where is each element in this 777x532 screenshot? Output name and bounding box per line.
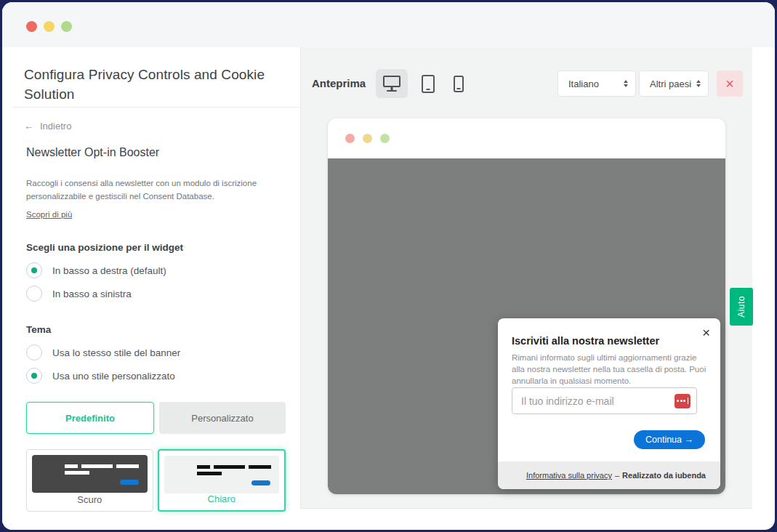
radio-unselected-icon	[26, 344, 42, 360]
mock-button	[251, 480, 270, 485]
close-preview-button[interactable]: ×	[717, 70, 743, 97]
radio-label: Usa lo stesso stile del banner	[52, 347, 180, 358]
dark-banner-preview	[32, 455, 148, 493]
theme-card-label: Scuro	[27, 494, 153, 505]
radio-position-bottom-left[interactable]: In basso a sinistra	[26, 285, 132, 302]
tab-personalizzato[interactable]: Personalizzato	[159, 402, 286, 434]
preview-panel: Anteprima Italiano Altri paesi ×	[300, 47, 752, 509]
radio-label: Usa uno stile personalizzato	[52, 371, 175, 382]
theme-card-light[interactable]: Chiaro	[158, 449, 286, 512]
browser-mockup: × Iscriviti alla nostra newsletter Riman…	[328, 118, 725, 494]
select-arrows-icon	[624, 80, 628, 87]
app-window: Configura Privacy Controls and Cookie So…	[2, 2, 775, 530]
widget-description: Rimani informato sugli ultimi aggiorname…	[512, 352, 706, 387]
widget-footer: Informativa sulla privacy – Realizzato d…	[498, 462, 720, 489]
theme-group-label: Tema	[26, 324, 51, 335]
config-panel: Configura Privacy Controls and Cookie So…	[2, 47, 300, 530]
back-link[interactable]: ←Indietro	[24, 120, 71, 132]
device-tablet-button[interactable]	[414, 69, 443, 98]
close-icon: ×	[725, 76, 734, 92]
mock-button	[120, 480, 139, 485]
browser-close-icon	[345, 134, 355, 143]
radio-theme-custom-style[interactable]: Usa uno stile personalizzato	[26, 367, 175, 384]
email-field-wrapper	[512, 387, 697, 414]
autofill-icon[interactable]	[675, 394, 691, 408]
select-arrows-icon	[696, 80, 701, 87]
theme-card-label: Chiaro	[159, 493, 285, 504]
device-desktop-button[interactable]	[376, 69, 408, 98]
language-select-value: Italiano	[568, 78, 599, 89]
back-label: Indietro	[40, 121, 71, 132]
title-divider	[13, 107, 300, 108]
placeholder-text-bars	[197, 465, 271, 478]
footer-separator: –	[615, 471, 619, 480]
traffic-light-close-icon[interactable]	[26, 21, 37, 32]
help-tab-button[interactable]: Aiuto	[730, 288, 753, 326]
back-arrow-icon: ←	[24, 120, 34, 132]
tablet-icon	[422, 75, 435, 93]
widget-title: Iscriviti alla nostra newsletter	[512, 335, 659, 347]
style-tabs: Predefinito Personalizzato	[26, 402, 286, 434]
browser-chrome	[328, 118, 725, 158]
iubenda-credit: Realizzato da iubenda	[622, 471, 706, 480]
learn-more-link[interactable]: Scopri di più	[26, 210, 72, 219]
radio-label: In basso a sinistra	[52, 289, 132, 299]
tab-predefinito[interactable]: Predefinito	[26, 402, 154, 434]
page-title: Configura Privacy Controls and Cookie So…	[24, 65, 280, 104]
feature-title: Newsletter Opt-in Booster	[26, 146, 159, 159]
region-select-value: Altri paesi	[650, 78, 691, 89]
browser-minimize-icon	[363, 134, 372, 143]
theme-card-dark[interactable]: Scuro	[26, 449, 153, 512]
newsletter-widget: × Iscriviti alla nostra newsletter Riman…	[498, 318, 720, 489]
widget-close-icon[interactable]: ×	[702, 326, 710, 339]
desktop-icon	[383, 76, 400, 87]
feature-description: Raccogli i consensi alla newsletter con …	[26, 177, 272, 203]
radio-label: In basso a destra (default)	[52, 265, 166, 276]
browser-zoom-icon	[380, 134, 390, 143]
email-field[interactable]	[521, 395, 675, 407]
position-group-label: Scegli una posizione per il widget	[26, 242, 183, 253]
mobile-icon	[454, 76, 464, 92]
light-banner-preview	[164, 456, 280, 493]
radio-selected-icon	[26, 262, 42, 278]
language-select[interactable]: Italiano	[557, 70, 636, 97]
radio-position-bottom-right[interactable]: In basso a destra (default)	[26, 262, 166, 279]
radio-selected-icon	[26, 368, 42, 384]
theme-cards: Scuro Chiaro	[26, 449, 286, 512]
device-mobile-button[interactable]	[446, 69, 472, 98]
radio-unselected-icon	[26, 286, 42, 302]
window-titlebar	[2, 2, 775, 47]
traffic-light-minimize-icon[interactable]	[44, 21, 55, 32]
continue-button[interactable]: Continua →	[634, 430, 705, 449]
preview-title: Anteprima	[312, 77, 366, 89]
region-select[interactable]: Altri paesi	[639, 70, 709, 97]
privacy-policy-link[interactable]: Informativa sulla privacy	[526, 471, 612, 480]
placeholder-text-bars	[65, 464, 139, 477]
help-tab-label: Aiuto	[736, 296, 746, 318]
browser-page: × Iscriviti alla nostra newsletter Riman…	[328, 158, 725, 494]
traffic-light-zoom-icon[interactable]	[61, 21, 72, 32]
radio-theme-same-style[interactable]: Usa lo stesso stile del banner	[26, 344, 180, 361]
